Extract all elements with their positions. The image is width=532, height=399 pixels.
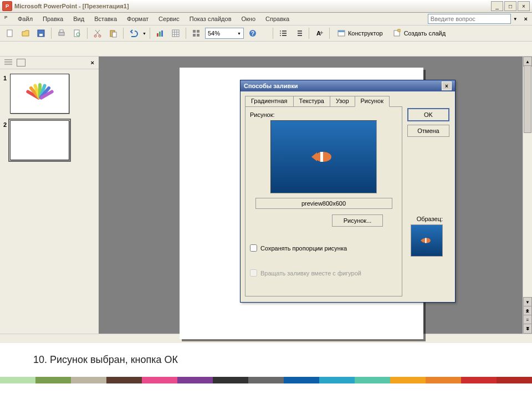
tab-panel: Рисунок: preview800x600 Рисунок... Сохра… (245, 106, 402, 296)
panel-close-button[interactable]: × (91, 59, 94, 66)
svg-rect-28 (298, 33, 302, 34)
new-button[interactable] (3, 27, 17, 40)
svg-rect-15 (193, 30, 196, 33)
tab-texture[interactable]: Текстура (293, 96, 330, 107)
dialog-tabs: Градиентная Текстура Узор Рисунок (245, 96, 451, 107)
filename-display: preview800x600 (255, 198, 392, 209)
outline-view-icon[interactable] (4, 59, 12, 66)
menu-view[interactable]: Вид (69, 14, 89, 23)
svg-rect-27 (298, 30, 302, 32)
ok-button[interactable]: OK (407, 108, 449, 121)
doc-close-button[interactable]: × (524, 16, 528, 22)
rotate-fill-input (250, 269, 257, 277)
svg-point-25 (280, 35, 281, 36)
minimize-button[interactable]: _ (491, 1, 503, 11)
svg-rect-0 (7, 30, 12, 37)
dialog-titlebar[interactable]: Способы заливки × (241, 80, 455, 91)
svg-text:A: A (316, 30, 321, 37)
svg-rect-12 (159, 32, 161, 37)
standard-toolbar: ▼ 54%▼ ? A Конструктор Создать слайд (0, 25, 532, 42)
scroll-thumb[interactable] (524, 65, 531, 133)
help-search-input[interactable] (428, 14, 511, 24)
dialog-title: Способы заливки (244, 83, 298, 89)
picture-label: Рисунок: (250, 111, 397, 118)
table-button[interactable] (169, 27, 182, 40)
zoom-value: 54% (208, 30, 220, 37)
svg-rect-34 (398, 29, 400, 32)
svg-rect-3 (59, 32, 64, 35)
cut-button[interactable] (91, 27, 104, 40)
tab-pattern[interactable]: Узор (330, 96, 355, 107)
slide-thumb[interactable]: 1 (3, 74, 95, 114)
slide-thumb[interactable]: 2 (3, 120, 95, 160)
panel-header: × (0, 57, 99, 69)
fill-effects-dialog: Способы заливки × Градиентная Текстура У… (240, 80, 456, 303)
menu-bar: P Файл Правка Вид Вставка Формат Сервис … (0, 13, 532, 25)
menu-format[interactable]: Формат (122, 14, 153, 23)
browse-picture-button[interactable]: Рисунок... (332, 214, 383, 227)
slide-number: 2 (3, 120, 7, 160)
chart-button[interactable] (154, 27, 167, 40)
svg-rect-10 (112, 32, 116, 37)
sample-preview (411, 224, 443, 257)
svg-rect-18 (197, 34, 200, 37)
svg-rect-22 (282, 30, 287, 32)
lock-aspect-checkbox[interactable]: Сохранять пропорции рисунка (250, 244, 397, 252)
next-slide-button[interactable]: ⯯ (523, 324, 532, 334)
svg-rect-26 (282, 35, 287, 36)
font-grow-button[interactable]: A (313, 27, 326, 40)
zoom-combo[interactable]: 54%▼ (205, 28, 244, 39)
undo-dropdown[interactable]: ▼ (142, 32, 146, 35)
svg-text:?: ? (251, 30, 254, 37)
help-button[interactable]: ? (246, 27, 259, 40)
lock-aspect-label: Сохранять пропорции рисунка (260, 245, 347, 252)
slide-preview-1 (10, 74, 69, 114)
undo-button[interactable] (127, 27, 140, 40)
menu-tools[interactable]: Сервис (154, 14, 184, 23)
designer-button[interactable]: Конструктор (333, 27, 387, 40)
open-button[interactable] (19, 27, 32, 40)
svg-point-23 (280, 33, 281, 34)
new-slide-button[interactable]: Создать слайд (389, 27, 449, 40)
menu-window[interactable]: Окно (237, 14, 260, 23)
maximize-button[interactable]: □ (504, 1, 516, 11)
designer-label: Конструктор (348, 30, 383, 37)
fish-icon (313, 150, 335, 163)
svg-rect-4 (60, 30, 63, 32)
print-button[interactable] (55, 27, 68, 40)
tab-picture[interactable]: Рисунок (355, 96, 390, 107)
svg-rect-14 (172, 30, 179, 37)
paste-button[interactable] (106, 27, 120, 40)
vertical-scrollbar[interactable]: ▲ ▼ ⯭ ≡ ⯯ (523, 57, 532, 334)
slide-panel: × 1 2 (0, 57, 99, 334)
tab-gradient[interactable]: Градиентная (245, 96, 294, 107)
dialog-close-button[interactable]: × (442, 81, 452, 90)
grid-button[interactable] (190, 27, 203, 40)
svg-point-21 (280, 30, 281, 32)
preview-button[interactable] (70, 27, 84, 40)
app-logo-icon: P (2, 1, 12, 11)
slide-caption: 10. Рисунок выбран, кнопка ОК (0, 343, 532, 377)
close-button[interactable]: × (518, 1, 530, 11)
menu-file[interactable]: Файл (13, 14, 37, 23)
bullets-button[interactable] (277, 27, 290, 40)
menu-help[interactable]: Справка (261, 14, 294, 23)
menu-slideshow[interactable]: Показ слайдов (185, 14, 236, 23)
menu-edit[interactable]: Правка (38, 14, 68, 23)
svg-rect-24 (282, 33, 287, 34)
save-button[interactable] (34, 27, 48, 40)
help-dropdown-icon[interactable]: ▼ (513, 17, 518, 22)
svg-rect-13 (161, 30, 163, 37)
window-title: Microsoft PowerPoint - [Презентация1] (14, 3, 129, 9)
fish-icon (421, 237, 432, 244)
slide-number: 1 (3, 74, 7, 114)
lock-aspect-input[interactable] (250, 244, 257, 252)
numbering-button[interactable] (292, 27, 305, 40)
rotate-fill-checkbox: Вращать заливку вместе с фигурой (250, 269, 397, 277)
cancel-button[interactable]: Отмена (407, 125, 449, 137)
slide-preview-2 (10, 120, 69, 160)
svg-rect-29 (298, 35, 302, 36)
app-icon: P (4, 15, 12, 23)
slide-view-icon[interactable] (17, 59, 25, 66)
menu-insert[interactable]: Вставка (90, 14, 121, 23)
